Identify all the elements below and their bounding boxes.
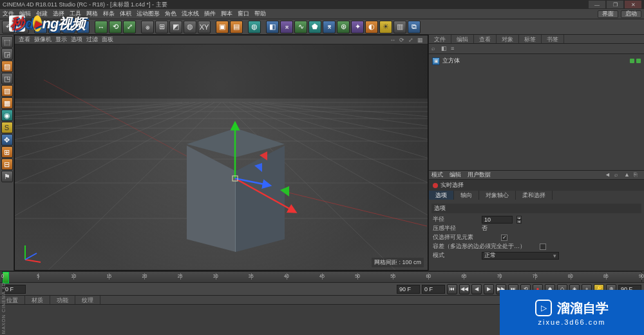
mode-tool-9[interactable]: ⊞	[1, 146, 13, 158]
range-start-input[interactable]: 0 F	[3, 285, 26, 294]
mode-tool-6[interactable]: ◉	[1, 110, 13, 121]
toolbar-button-31[interactable]: ☀	[379, 21, 392, 34]
objmgr-tool-icon-1[interactable]: ◧	[441, 45, 449, 53]
objmgr-tool-icon-0[interactable]: ⌕	[431, 45, 439, 53]
visibility-dot-icon[interactable]	[630, 59, 634, 63]
vp-nav-icon-2[interactable]: ⤢	[407, 36, 415, 44]
attr-subtab-柔和选择[interactable]: 柔和选择	[516, 191, 553, 200]
transport-button-2[interactable]: ◀	[471, 284, 482, 294]
minimize-button[interactable]: —	[589, 1, 605, 8]
radius-input[interactable]: 10	[482, 216, 513, 224]
objmgr-menu-文件[interactable]: 文件	[429, 35, 451, 43]
attr-head-icon-1[interactable]: ⌕	[614, 171, 622, 179]
toolbar-button-15[interactable]: ◍	[184, 21, 196, 34]
vp-menu-面板[interactable]: 面板	[102, 35, 113, 44]
attr-subtab-选项[interactable]: 选项	[429, 191, 454, 200]
objmgr-menu-查看[interactable]: 查看	[474, 35, 497, 43]
object-tree[interactable]: ▣ 立方体	[429, 54, 644, 170]
tolerant-checkbox[interactable]	[540, 244, 546, 250]
toolbar-button-14[interactable]: ◩	[169, 21, 182, 34]
toolbar-button-19[interactable]: ▤	[230, 21, 243, 34]
mode-tool-4[interactable]: ▧	[1, 85, 13, 97]
transport-button-3[interactable]: ▶	[484, 284, 494, 294]
toolbar-button-12[interactable]: ⎈	[141, 21, 154, 34]
objmgr-tool-icon-2[interactable]: ≡	[451, 45, 459, 53]
3d-viewport[interactable]: 网格间距 : 100 cm	[15, 44, 428, 270]
toolbar-button-25[interactable]: ∿	[294, 21, 307, 34]
objmgr-menu-对象[interactable]: 对象	[497, 35, 519, 43]
menu-体积[interactable]: 体积	[120, 10, 131, 18]
bottom-tab-纹理[interactable]: 纹理	[75, 296, 100, 304]
menu-网格[interactable]: 网格	[86, 10, 98, 18]
attr-head-icon-3[interactable]: ⎘	[634, 171, 641, 179]
vp-menu-选项[interactable]: 选项	[71, 35, 82, 44]
vp-menu-过滤[interactable]: 过滤	[86, 35, 98, 44]
toolbar-button-16[interactable]: XY	[198, 21, 211, 34]
toolbar-button-13[interactable]: ⊞	[155, 21, 168, 34]
vp-menu-摄像机[interactable]: 摄像机	[34, 35, 52, 44]
toolbar-button-30[interactable]: ◐	[365, 21, 378, 34]
bottom-tab-功能[interactable]: 功能	[50, 296, 75, 304]
render-dot-icon[interactable]	[636, 59, 641, 63]
objmgr-menu-标签[interactable]: 标签	[519, 35, 542, 43]
toolbar-button-29[interactable]: ✦	[351, 21, 364, 34]
toolbar-button-8[interactable]: ↔	[95, 21, 108, 34]
menu-窗口[interactable]: 窗口	[238, 10, 249, 18]
menu-样条[interactable]: 样条	[103, 10, 115, 18]
toolbar-button-32[interactable]: ▥	[393, 21, 406, 34]
menu-插件[interactable]: 插件	[204, 10, 216, 18]
toolbar-button-9[interactable]: ⟲	[109, 21, 122, 34]
material-manager[interactable]	[0, 305, 502, 335]
maximize-button[interactable]: ❐	[607, 1, 623, 8]
toolbar-button-26[interactable]: ⬟	[308, 21, 321, 34]
attr-head-icon-0[interactable]: ◄	[605, 171, 612, 179]
cube-object[interactable]	[171, 128, 300, 263]
attr-head-icon-2[interactable]: ▲	[624, 171, 632, 179]
object-flags[interactable]	[630, 59, 641, 63]
menu-运动图形[interactable]: 运动图形	[137, 10, 160, 18]
toolbar-button-18[interactable]: ▣	[216, 21, 229, 34]
visible-only-checkbox[interactable]	[501, 235, 507, 241]
vp-nav-icon-0[interactable]: ↔	[389, 36, 397, 44]
toolbar-button-23[interactable]: ◧	[266, 21, 279, 34]
transport-button-1[interactable]: ◀◀	[459, 284, 469, 294]
vp-menu-显示[interactable]: 显示	[55, 35, 67, 44]
menu-流水线[interactable]: 流水线	[182, 10, 199, 18]
layout-dropdown[interactable]: 启动	[621, 10, 641, 18]
toolbar-button-27[interactable]: ⌆	[323, 21, 336, 34]
mode-tool-10[interactable]: ⊟	[1, 158, 13, 170]
close-button[interactable]: ✕	[625, 1, 641, 8]
attr-menu-模式[interactable]: 模式	[431, 171, 443, 179]
toolbar-button-28[interactable]: ⊛	[337, 21, 350, 34]
vp-menu-查看[interactable]: 查看	[19, 35, 30, 44]
toolbar-button-10[interactable]: ⤢	[123, 21, 136, 34]
mode-dropdown[interactable]: 正常	[482, 252, 559, 260]
mode-tool-8[interactable]: ✥	[1, 134, 13, 146]
mode-tool-5[interactable]: ▩	[1, 97, 13, 109]
tree-item-cube[interactable]: ▣ 立方体	[431, 56, 642, 66]
transport-button-0[interactable]: ⏮	[447, 284, 457, 294]
attr-menu-编辑[interactable]: 编辑	[450, 171, 461, 179]
mode-tool-1[interactable]: ◲	[1, 48, 13, 60]
mode-tool-7[interactable]: S	[1, 122, 13, 133]
mode-tool-0[interactable]: ⬚	[1, 36, 13, 48]
menu-角色[interactable]: 角色	[165, 10, 176, 18]
toolbar-button-33[interactable]: ⧉	[408, 21, 421, 34]
toolbar-button-24[interactable]: ⌅	[280, 21, 293, 34]
mode-tool-3[interactable]: ◳	[1, 73, 13, 84]
objmgr-menu-书签[interactable]: 书签	[542, 35, 564, 43]
attr-subtab-对象轴心[interactable]: 对象轴心	[479, 191, 516, 200]
mode-tool-2[interactable]: ▨	[1, 61, 13, 72]
menu-脚本[interactable]: 脚本	[221, 10, 232, 18]
range-end-input[interactable]: 90 F	[397, 285, 420, 294]
attr-menu-用户数据[interactable]: 用户数据	[468, 171, 491, 179]
attr-subtab-轴向[interactable]: 轴向	[454, 191, 479, 200]
current-frame-input[interactable]: 0 F	[422, 285, 445, 294]
objmgr-menu-编辑[interactable]: 编辑	[451, 35, 474, 43]
radius-spinner[interactable]: ▴▾	[516, 216, 522, 224]
menu-帮助[interactable]: 帮助	[254, 10, 266, 18]
vp-nav-icon-1[interactable]: ⟳	[398, 36, 406, 44]
vp-nav-icon-3[interactable]: ▦	[416, 36, 424, 44]
toolbar-button-21[interactable]: ◍	[248, 21, 261, 34]
bottom-tab-材质[interactable]: 材质	[25, 296, 50, 304]
